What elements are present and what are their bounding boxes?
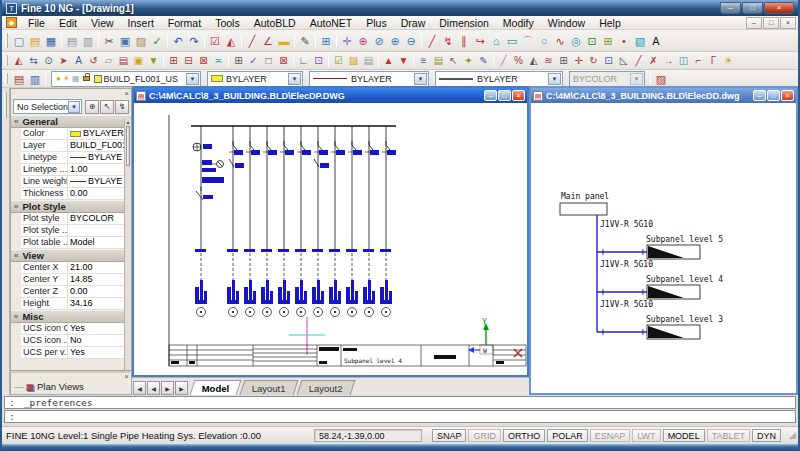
star-icon[interactable]: ✦ — [461, 53, 476, 68]
color-dropdown-arrow[interactable]: ▼ — [288, 73, 301, 85]
insert-block-icon[interactable]: ⊡ — [584, 33, 600, 49]
mirror-icon[interactable]: ◭ — [526, 53, 541, 68]
toolbar-grip[interactable] — [5, 73, 8, 85]
plan-views-close-icon[interactable]: × — [124, 373, 129, 381]
grid-red-icon[interactable]: ⊠ — [276, 53, 291, 68]
child-title-bar[interactable]: ▤ C:\4M\CALC\8_3_BUILDING.BLD\ElecDP.DWG… — [134, 88, 527, 103]
trim-icon[interactable]: ✗ — [646, 53, 661, 68]
circle-icon[interactable]: ○ — [536, 33, 552, 49]
view-side-icon[interactable]: ⊠ — [196, 53, 211, 68]
view-front-icon[interactable]: ⊟ — [181, 53, 196, 68]
tab-first-button[interactable]: ◀ — [133, 381, 146, 395]
blank-rect-icon[interactable]: □ — [261, 53, 276, 68]
view-plan-icon[interactable]: ⊞ — [166, 53, 181, 68]
break-icon[interactable]: ◫ — [676, 53, 691, 68]
tab-last-button[interactable]: ▶ — [175, 381, 188, 395]
property-row[interactable]: Linetype ... 1.00 — [21, 164, 131, 176]
resize-grip-icon[interactable]: ◢ — [784, 430, 796, 440]
palette-close-icon[interactable]: × — [124, 90, 129, 98]
hatch-icon[interactable]: ▧ — [632, 33, 648, 49]
printer-icon[interactable]: ▤ — [361, 53, 376, 68]
quick-select-button[interactable]: ↯ — [115, 100, 129, 114]
tab-next-button[interactable]: ▶ — [161, 381, 174, 395]
plan-views-item[interactable]: — ▦ Plan Views — [11, 381, 131, 392]
pline-arc-icon[interactable]: ↪ — [472, 33, 488, 49]
menu-item[interactable]: Draw — [394, 17, 433, 29]
copy-sheet-icon[interactable]: ▨ — [346, 53, 361, 68]
layer-previous-icon[interactable]: ▥ — [27, 71, 43, 87]
dock-grip[interactable] — [4, 92, 7, 118]
child-minimize-button[interactable]: – — [753, 90, 766, 101]
menu-item[interactable]: Plus — [359, 17, 393, 29]
property-row[interactable]: UCS icon ... No — [21, 335, 131, 347]
mline-icon[interactable]: ∥ — [456, 33, 472, 49]
section-header[interactable]: « Plot Style — [11, 200, 131, 213]
maximize-button[interactable]: □ — [742, 2, 763, 14]
pick-icon[interactable]: ↖ — [446, 53, 461, 68]
coordinates-display[interactable]: 58.24,-1.39,0.00 — [314, 429, 422, 442]
tab-prev-button[interactable]: ◀ — [147, 381, 160, 395]
command-history-line[interactable]: : _preferences — [4, 396, 796, 409]
property-row[interactable]: Center X 21.00 — [21, 262, 131, 274]
close-button[interactable]: × — [764, 2, 794, 14]
child-close-button[interactable]: × — [781, 90, 794, 101]
move-icon[interactable]: ✛ — [571, 53, 586, 68]
ucs-corner-icon[interactable]: ∟ — [296, 53, 311, 68]
match-props-icon[interactable]: ✓ — [149, 33, 165, 49]
status-toggle[interactable]: SNAP — [432, 429, 467, 442]
zoom-window-icon[interactable]: ⊞ — [318, 33, 334, 49]
make-block-icon[interactable]: ⊞ — [600, 33, 616, 49]
menu-item[interactable]: Modify — [496, 17, 541, 29]
redo-icon[interactable]: ↷ — [186, 33, 202, 49]
angle-icon[interactable]: ∠ — [260, 33, 276, 49]
menu-item[interactable]: Insert — [121, 17, 161, 29]
tab-layout2[interactable]: Layout2 — [297, 380, 356, 395]
fine-view-icon[interactable]: ◭ — [11, 53, 26, 68]
child-maximize-button[interactable]: □ — [767, 90, 780, 101]
scrollbar-thumb[interactable] — [126, 126, 130, 166]
paste-icon[interactable]: ▨ — [133, 33, 149, 49]
tab-layout1[interactable]: Layout1 — [240, 380, 299, 395]
array-icon[interactable]: ⊞ — [556, 53, 571, 68]
view-iso-icon[interactable]: ≍ — [211, 53, 226, 68]
stretch-icon[interactable]: ◺ — [616, 53, 631, 68]
child-close-button[interactable]: × — [512, 90, 525, 101]
layer-combo[interactable]: ● ☀ ▦ BUILD_FL001_US ▼ — [51, 71, 201, 87]
point-icon[interactable]: • — [616, 33, 632, 49]
toolbar-grip[interactable] — [5, 55, 8, 67]
property-row[interactable]: Layer BUILD_FL001_ — [21, 140, 131, 152]
child-title-bar[interactable]: ▤ C:\4M\CALC\8_3_BUILDING.BLD\ElecDD.dwg… — [531, 88, 796, 103]
property-row[interactable]: Plot table ... Model — [21, 237, 131, 249]
open-icon[interactable]: ▤ — [27, 33, 43, 49]
sheet-icon[interactable]: ▱ — [101, 53, 116, 68]
print-icon[interactable]: ▤ — [64, 33, 80, 49]
arc-icon[interactable]: ⌒ — [520, 33, 536, 49]
menu-item[interactable]: Help — [592, 17, 628, 29]
spline-icon[interactable]: ∿ — [552, 33, 568, 49]
zoom-realtime-icon[interactable]: ⊕ — [355, 33, 371, 49]
lineweight-dropdown-arrow[interactable]: ▼ — [548, 73, 561, 85]
drawing-folder-icon[interactable]: ▣ — [131, 53, 146, 68]
property-row[interactable]: UCS per v... Yes — [21, 347, 131, 359]
minimize-button[interactable]: – — [720, 2, 741, 14]
level-down-icon[interactable]: ▼ — [396, 53, 411, 68]
distance-icon[interactable]: ╱ — [244, 33, 260, 49]
property-row[interactable]: Color BYLAYER — [21, 128, 131, 140]
mdi-restore-button[interactable]: □ — [763, 17, 779, 29]
menu-item[interactable]: View — [84, 17, 121, 29]
menu-item[interactable]: File — [21, 17, 52, 29]
menu-item[interactable]: Edit — [52, 17, 84, 29]
section-header[interactable]: « Misc — [11, 310, 131, 323]
polyline-icon[interactable]: ↯ — [440, 33, 456, 49]
property-row[interactable]: Linetype BYLAYE — [21, 152, 131, 164]
property-row[interactable]: Center Y 14.85 — [21, 274, 131, 286]
status-toggle[interactable]: TABLET — [707, 429, 750, 442]
property-row[interactable]: Center Z 0.00 — [21, 286, 131, 298]
menu-item[interactable]: AutoBLD — [247, 17, 303, 29]
section-header[interactable]: « General — [11, 115, 131, 128]
linetype-combo[interactable]: BYLAYER ▼ — [309, 71, 429, 87]
zoom-dynamic-icon[interactable]: ⊙ — [41, 53, 56, 68]
fillet-icon[interactable]: Γ — [706, 53, 721, 68]
grid-window-icon[interactable]: ⊞ — [231, 53, 246, 68]
scale-icon[interactable]: ⊡ — [601, 53, 616, 68]
